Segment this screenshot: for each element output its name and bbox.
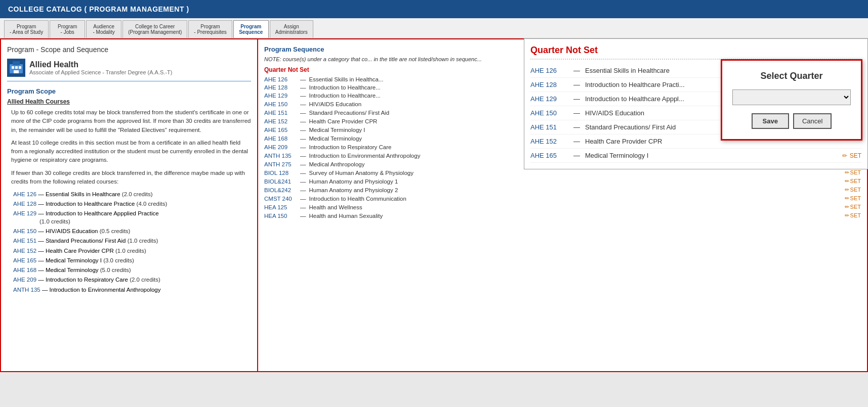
tab-audience-modality[interactable]: Audience - Modality xyxy=(86,20,121,38)
course-credits: (1.0 credits) xyxy=(128,238,158,244)
list-item: AHE 152 — Health Care Provider CPR (1.0 … xyxy=(13,247,251,255)
course-code: AHE 129 xyxy=(264,93,297,99)
scope-course-list: AHE 126 — Essential Skills in Healthcare… xyxy=(13,190,251,284)
program-scope-heading: Program Scope xyxy=(7,87,251,95)
cancel-button[interactable]: Cancel xyxy=(793,113,832,129)
course-name: Standard Precautions/ First Aid xyxy=(46,238,126,244)
course-code: ANTH 135 xyxy=(264,153,297,159)
course-name: Introduction to Healthcare Practice xyxy=(46,201,135,207)
course-code: AHE 152 xyxy=(13,248,36,254)
dialog-buttons: Save Cancel xyxy=(732,113,851,129)
set-button[interactable]: ✏SET xyxy=(845,212,861,219)
list-item: AHE 126 — Essential Skills in Healthcare… xyxy=(13,190,251,198)
course-code: AHE 128 xyxy=(13,201,36,207)
tab-program-jobs[interactable]: Program - Jobs xyxy=(50,20,85,38)
course-code: AHE 126 xyxy=(264,76,297,82)
pencil-icon: ✏ xyxy=(842,152,847,159)
tab-program-prerequisites[interactable]: Program - Prerequisites xyxy=(188,20,232,38)
course-code: AHE 209 xyxy=(264,144,297,150)
nav-tabs: Program - Area of Study Program - Jobs A… xyxy=(0,18,868,38)
tab-program-sequence[interactable]: Program Sequence xyxy=(233,20,269,38)
course-code: AHE 209 xyxy=(13,277,36,283)
course-name: Medical Terminology I xyxy=(46,257,102,263)
list-item: ANTH 135 — Introduction to Environmental… xyxy=(13,286,251,294)
course-name: Introduction to Respiratory Care xyxy=(46,277,128,283)
tab-program-jobs-line1: Program xyxy=(55,24,79,29)
allied-health-courses-heading: Allied Health Courses xyxy=(7,98,251,105)
save-button[interactable]: Save xyxy=(752,113,789,129)
course-credits: (3.0 credits) xyxy=(103,257,134,263)
svg-rect-1 xyxy=(13,61,20,65)
tab-college-to-career[interactable]: College to Career (Program Management) xyxy=(122,20,187,38)
list-item: HEA 150 — Health and Human Sexuality ✏SE… xyxy=(264,212,861,219)
course-code: CMST 240 xyxy=(264,196,297,202)
left-panel: Program - Scope and Sequence Allied Heal… xyxy=(0,38,258,372)
tab-program-area-line1: Program xyxy=(10,24,43,29)
course-name: Medical Terminology xyxy=(46,267,99,273)
svg-rect-2 xyxy=(12,66,14,69)
course-credits: (1.0 credits) xyxy=(115,248,146,254)
institution-header: Allied Health Associate of Applied Scien… xyxy=(7,59,251,81)
set-button[interactable]: ✏SET xyxy=(845,195,861,202)
course-name: Introduction to Environmental Anthropolo… xyxy=(50,287,161,293)
set-button[interactable]: ✏SET xyxy=(845,187,861,193)
tab-program-area[interactable]: Program - Area of Study xyxy=(4,20,49,38)
course-code: AHE 168 xyxy=(264,135,297,142)
tab-program-jobs-line2: - Jobs xyxy=(55,29,79,35)
course-code: ANTH 275 xyxy=(264,161,297,167)
svg-rect-4 xyxy=(19,66,21,69)
page-header: COLLEGE CATALOG ( PROGRAM MANAGEMENT ) xyxy=(0,0,868,18)
list-item: BIOL&242 — Human Anatomy and Physiology … xyxy=(264,187,861,193)
list-item: AHE 165 — Medical Terminology I (3.0 cre… xyxy=(13,256,251,264)
course-name: Essential Skills in Healthcare xyxy=(46,191,120,197)
course-name: Introduction to Healthcare Appplied Prac… xyxy=(46,210,159,216)
course-name: HIV/AIDS Education xyxy=(46,228,98,234)
course-code: HEA 150 xyxy=(264,213,297,219)
course-name: Survey of Human Anatomy & Physiology xyxy=(309,170,843,176)
svg-rect-5 xyxy=(14,70,19,73)
course-code: AHE 150 xyxy=(13,228,36,234)
list-item: HEA 125 — Health and Wellness ✏SET xyxy=(264,204,861,210)
course-credits: (5.0 credits) xyxy=(100,267,131,273)
course-name: Human Anatomy and Physiology 2 xyxy=(309,187,843,193)
set-button[interactable]: ✏SET xyxy=(845,204,861,210)
dialog-title: Select Quarter xyxy=(732,71,851,81)
tab-audience-modality-line2: - Modality xyxy=(92,29,116,35)
course-code: AHE 152 xyxy=(530,138,568,145)
course-code: AHE 165 xyxy=(530,152,568,159)
svg-rect-3 xyxy=(15,66,18,69)
list-item: AHE 168 — Medical Terminology (5.0 credi… xyxy=(13,266,251,274)
overlay-set-button[interactable]: ✏ SET xyxy=(842,152,861,159)
institution-name: Allied Health xyxy=(29,60,172,69)
course-code: AHE 129 xyxy=(530,95,568,103)
tab-assign-administrators[interactable]: Assign Administrators xyxy=(270,20,313,38)
list-item: AHE 209 — Introduction to Respiratory Ca… xyxy=(13,276,251,284)
tab-college-to-career-line2: (Program Management) xyxy=(128,29,182,35)
tab-program-prerequisites-line1: Program xyxy=(194,24,226,29)
course-code: AHE 168 xyxy=(13,267,36,273)
tab-program-area-line2: - Area of Study xyxy=(10,29,43,35)
main-content: Program - Scope and Sequence Allied Heal… xyxy=(0,38,868,372)
course-credits: (1.0 credits) xyxy=(39,218,70,224)
course-credits: (2.0 credits) xyxy=(122,191,153,197)
course-code: AHE 152 xyxy=(264,118,297,124)
list-item: AHE 150 — HIV/AIDS Education (0.5 credit… xyxy=(13,227,251,235)
set-button[interactable]: ✏SET xyxy=(845,178,861,185)
course-code: ANTH 135 xyxy=(13,287,40,293)
list-item: CMST 240 — Introduction to Health Commun… xyxy=(264,195,861,202)
quarter-select[interactable] xyxy=(732,89,851,105)
list-item: AHE 151 — Standard Precautions/ First Ai… xyxy=(13,237,251,245)
tab-assign-administrators-line2: Administrators xyxy=(275,29,308,35)
course-name: Health and Human Sexuality xyxy=(309,213,843,219)
list-item: BIOL&241 — Human Anatomy and Physiology … xyxy=(264,178,861,185)
course-code: BIOL 128 xyxy=(264,170,297,176)
select-quarter-dialog: Select Quarter Save Cancel xyxy=(721,59,862,141)
course-name: Human Anatomy and Physiology 1 xyxy=(309,178,843,185)
tab-program-sequence-line1: Program xyxy=(239,24,263,29)
list-item: AHE 128 — Introduction to Healthcare Pra… xyxy=(13,200,251,208)
set-button[interactable]: ✏SET xyxy=(845,169,861,176)
course-code: AHE 150 xyxy=(264,101,297,107)
institution-icon xyxy=(7,59,25,77)
tab-audience-modality-line1: Audience xyxy=(92,24,116,29)
course-credits: (0.5 credits) xyxy=(100,228,131,234)
